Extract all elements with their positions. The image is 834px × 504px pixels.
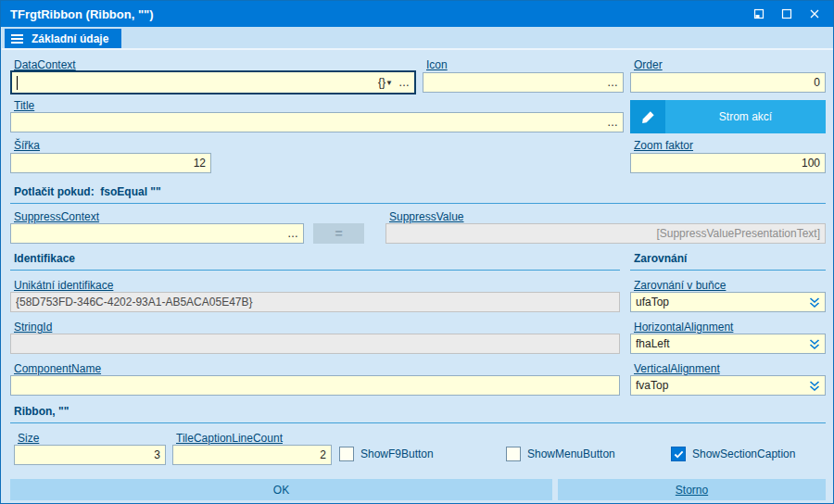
dialog-window: TFrgtRibbon (Ribbon, "") Základní údaje … <box>0 0 834 504</box>
checkbox-box[interactable] <box>506 447 521 461</box>
datacontext-field[interactable]: {}▼ … <box>10 70 416 94</box>
checkbox-box[interactable] <box>671 447 686 461</box>
checkbox-showf9button[interactable]: ShowF9Button <box>339 447 434 461</box>
cancel-button-label: Storno <box>676 484 708 497</box>
window-title: TFrgtRibbon (Ribbon, "") <box>10 7 154 21</box>
size-value: 3 <box>19 448 160 461</box>
action-tree-label: Strom akcí <box>665 100 826 133</box>
tab-strip: Základní údaje <box>2 27 834 50</box>
ok-button-label: OK <box>273 484 289 497</box>
pencil-icon <box>630 100 665 133</box>
chevron-down-icon[interactable] <box>809 296 820 309</box>
checkbox-showsectioncaption[interactable]: ShowSectionCaption <box>671 447 795 461</box>
title-label: Title <box>14 99 34 112</box>
text-caret <box>17 76 18 90</box>
datacontext-ellipsis-button[interactable]: … <box>398 76 410 89</box>
uniqueid-label: Unikátní identifikace <box>14 279 113 292</box>
checkbox-label: ShowF9Button <box>360 447 434 460</box>
suppress-section-header: Potlačit pokud: fsoEqual "" <box>10 185 826 204</box>
tilecaptionlinecount-value: 2 <box>178 448 326 461</box>
ok-button[interactable]: OK <box>10 479 552 500</box>
maximize-icon[interactable] <box>777 5 796 23</box>
vertical-alignment-value: fvaTop <box>636 379 809 392</box>
order-value: 0 <box>636 76 820 89</box>
cell-alignment-label: Zarovnání v buňce <box>634 279 726 292</box>
icon-ellipsis-button[interactable]: … <box>607 76 618 89</box>
checkbox-box[interactable] <box>339 447 354 461</box>
order-field[interactable]: 0 <box>630 72 826 93</box>
order-label: Order <box>634 58 663 71</box>
titlebar[interactable]: TFrgtRibbon (Ribbon, "") <box>1 1 833 27</box>
action-tree-button[interactable]: Strom akcí <box>630 100 826 133</box>
componentname-label: ComponentName <box>14 362 101 375</box>
size-label: Size <box>18 432 39 445</box>
title-ellipsis-button[interactable]: … <box>607 116 618 129</box>
stringid-label: StringId <box>14 321 52 334</box>
datacontext-label: DataContext <box>14 58 76 71</box>
suppresscontext-label: SuppressContext <box>14 210 99 223</box>
width-value: 12 <box>16 157 206 170</box>
width-label: Šířka <box>14 139 40 152</box>
icon-field[interactable]: … <box>423 72 624 93</box>
chevron-down-icon[interactable] <box>809 379 820 393</box>
chevron-down-icon[interactable] <box>809 337 820 351</box>
zoom-value: 100 <box>636 157 820 170</box>
suppressvalue-value: [SuppressValuePresentationText] <box>391 227 820 240</box>
braces-picker-icon[interactable]: {}▼ <box>378 76 393 89</box>
suppresscontext-field[interactable]: … <box>10 223 304 244</box>
cell-alignment-value: ufaTop <box>636 296 809 309</box>
width-field[interactable]: 12 <box>10 153 211 173</box>
icon-label: Icon <box>426 58 448 71</box>
title-field[interactable]: … <box>10 112 624 132</box>
identification-section-header: Identifikace <box>10 252 620 271</box>
cancel-button[interactable]: Storno <box>558 479 826 500</box>
suppresscontext-ellipsis-button[interactable]: … <box>287 227 298 240</box>
checkbox-label: ShowSectionCaption <box>692 447 795 460</box>
componentname-field[interactable] <box>10 375 620 396</box>
uniqueid-value: {58D753FD-346C-4202-93A1-AB5ACA05E47B} <box>16 296 614 309</box>
tilecaptionlinecount-field[interactable]: 2 <box>172 445 332 465</box>
tab-menu-icon[interactable] <box>11 34 23 44</box>
uniqueid-field: {58D753FD-346C-4202-93A1-AB5ACA05E47B} <box>10 292 620 312</box>
tab-zakladni-udaje[interactable]: Základní údaje <box>5 29 121 48</box>
zoom-field[interactable]: 100 <box>630 153 826 173</box>
size-field[interactable]: 3 <box>14 445 166 465</box>
alignment-section-header: Zarovnání <box>630 252 826 271</box>
close-icon[interactable] <box>805 5 824 23</box>
tab-label: Základní údaje <box>32 32 108 45</box>
suppressvalue-label: SuppressValue <box>389 210 464 223</box>
checkmark-icon <box>674 449 684 460</box>
horizontal-alignment-label: HorizontalAlignment <box>634 321 733 334</box>
ribbon-section-header: Ribbon, "" <box>10 405 826 423</box>
stringid-field <box>10 334 620 354</box>
equals-operator-button[interactable]: = <box>313 223 364 244</box>
suppressvalue-field: [SuppressValuePresentationText] <box>385 223 826 244</box>
vertical-alignment-label: VerticalAlignment <box>634 362 720 375</box>
dock-window-icon[interactable] <box>750 5 768 23</box>
checkbox-showmenubutton[interactable]: ShowMenuButton <box>506 447 615 461</box>
zoom-label: Zoom faktor <box>634 139 693 152</box>
horizontal-alignment-value: fhaLeft <box>636 337 809 350</box>
horizontal-alignment-dropdown[interactable]: fhaLeft <box>630 334 826 354</box>
checkbox-label: ShowMenuButton <box>527 447 615 460</box>
cell-alignment-dropdown[interactable]: ufaTop <box>630 292 826 312</box>
tilecaptionlinecount-label: TileCaptionLineCount <box>176 432 283 445</box>
vertical-alignment-dropdown[interactable]: fvaTop <box>630 375 826 396</box>
